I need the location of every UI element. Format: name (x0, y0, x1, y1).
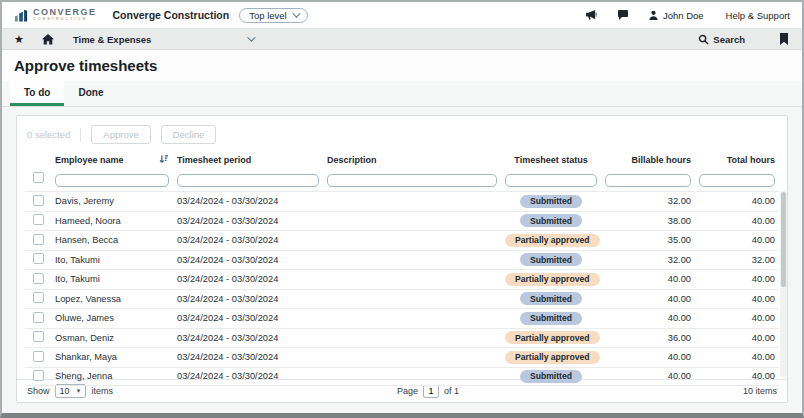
items-label: items (91, 386, 113, 396)
vertical-scrollbar[interactable] (780, 191, 787, 377)
show-label: Show (27, 386, 50, 396)
timesheet-card: 0 selected Approve Decline Employee name (16, 115, 788, 403)
row-checkbox[interactable] (33, 292, 44, 303)
employee-name-cell: Shankar, Maya (51, 352, 173, 362)
scrollbar-thumb[interactable] (781, 192, 786, 287)
help-support-link[interactable]: Help & Support (726, 10, 790, 21)
column-timesheet-period: Timesheet period (173, 152, 323, 167)
filter-description-input[interactable] (327, 174, 497, 187)
scope-selector[interactable]: Top level (239, 8, 308, 23)
row-checkbox[interactable] (33, 331, 44, 342)
timesheet-period-cell: 03/24/2024 - 03/30/2024 (173, 333, 323, 343)
timesheet-period-cell: 03/24/2024 - 03/30/2024 (173, 235, 323, 245)
tab-done[interactable]: Done (64, 81, 117, 106)
favorites-star-icon[interactable]: ★ (14, 34, 24, 45)
status-badge: Submitted (520, 253, 582, 266)
approve-button[interactable]: Approve (91, 125, 150, 144)
total-hours-cell: 40.00 (695, 274, 779, 284)
billable-hours-cell: 32.00 (601, 255, 695, 265)
page-size-value: 10 (60, 386, 70, 396)
total-hours-cell: 40.00 (695, 216, 779, 226)
nav-menu-time-expenses[interactable]: Time & Expenses (73, 34, 254, 45)
company-logo: CONVERGE CONSTRUCTION (14, 7, 97, 23)
timesheet-period-cell: 03/24/2024 - 03/30/2024 (173, 371, 323, 381)
chat-icon[interactable] (617, 9, 630, 22)
column-total-hours: Total hours (695, 152, 779, 167)
row-checkbox[interactable] (33, 253, 44, 264)
status-badge: Submitted (520, 292, 582, 305)
timesheet-period-cell: 03/24/2024 - 03/30/2024 (173, 274, 323, 284)
table-row[interactable]: Shankar, Maya 03/24/2024 - 03/30/2024 Pa… (25, 347, 779, 367)
page-number-input[interactable] (423, 385, 439, 398)
table-row[interactable]: Ito, Takumi 03/24/2024 - 03/30/2024 Subm… (25, 250, 779, 270)
bookmark-icon[interactable] (777, 33, 790, 46)
select-all-checkbox[interactable] (33, 172, 44, 183)
table-row[interactable]: Hansen, Becca 03/24/2024 - 03/30/2024 Pa… (25, 230, 779, 250)
search-label: Search (713, 34, 745, 45)
status-badge: Partially approved (505, 351, 600, 364)
billable-hours-cell: 40.00 (601, 313, 695, 323)
decline-button[interactable]: Decline (161, 125, 217, 144)
filter-total-input[interactable] (699, 174, 775, 187)
search-icon (698, 34, 709, 45)
employee-name-cell: Davis, Jeremy (51, 196, 173, 206)
status-badge: Submitted (520, 214, 582, 227)
row-checkbox[interactable] (33, 195, 44, 206)
filter-row (25, 167, 779, 191)
tab-strip: To do Done (2, 81, 802, 107)
row-checkbox[interactable] (33, 312, 44, 323)
status-badge: Submitted (520, 195, 582, 208)
table-row[interactable]: Osman, Deniz 03/24/2024 - 03/30/2024 Par… (25, 328, 779, 348)
home-icon[interactable] (42, 33, 55, 46)
logo-building-icon (14, 7, 29, 23)
filter-billable-input[interactable] (605, 174, 691, 187)
filter-employee-input[interactable] (55, 174, 169, 187)
table-row[interactable]: Ito, Takumi 03/24/2024 - 03/30/2024 Part… (25, 269, 779, 289)
row-checkbox[interactable] (33, 273, 44, 284)
column-billable-hours: Billable hours (601, 152, 695, 167)
timesheet-table: Employee name Timesheet period Descripti… (17, 151, 787, 379)
company-name: Converge Construction (113, 9, 230, 21)
billable-hours-cell: 36.00 (601, 333, 695, 343)
table-row[interactable]: Oluwe, James 03/24/2024 - 03/30/2024 Sub… (25, 308, 779, 328)
search-button[interactable]: Search (698, 34, 745, 45)
table-row[interactable]: Hameed, Noora 03/24/2024 - 03/30/2024 Su… (25, 211, 779, 231)
tab-todo[interactable]: To do (10, 81, 64, 106)
row-checkbox[interactable] (33, 370, 44, 381)
table-row[interactable]: Sheng, Jenna 03/24/2024 - 03/30/2024 Sub… (25, 367, 779, 387)
sort-icon[interactable] (158, 154, 169, 165)
billable-hours-cell: 35.00 (601, 235, 695, 245)
app-header: CONVERGE CONSTRUCTION Converge Construct… (2, 2, 802, 29)
employee-name-cell: Oluwe, James (51, 313, 173, 323)
status-badge: Partially approved (505, 273, 600, 286)
employee-name-cell: Ito, Takumi (51, 255, 173, 265)
row-checkbox[interactable] (33, 234, 44, 245)
table-row[interactable]: Lopez, Vanessa 03/24/2024 - 03/30/2024 S… (25, 289, 779, 309)
chevron-down-icon (292, 9, 300, 17)
employee-name-cell: Ito, Takumi (51, 274, 173, 284)
total-hours-cell: 40.00 (695, 333, 779, 343)
bulk-action-toolbar: 0 selected Approve Decline (17, 116, 787, 151)
row-checkbox[interactable] (33, 351, 44, 362)
timesheet-period-cell: 03/24/2024 - 03/30/2024 (173, 352, 323, 362)
page-size-select[interactable]: 10 ▼ (55, 384, 87, 398)
total-items-count: 10 items (743, 386, 777, 396)
table-row[interactable]: Davis, Jeremy 03/24/2024 - 03/30/2024 Su… (25, 191, 779, 211)
timesheet-period-cell: 03/24/2024 - 03/30/2024 (173, 216, 323, 226)
total-hours-cell: 40.00 (695, 235, 779, 245)
employee-name-cell: Sheng, Jenna (51, 371, 173, 381)
column-timesheet-status: Timesheet status (501, 152, 601, 167)
total-hours-cell: 40.00 (695, 371, 779, 381)
filter-status-input[interactable] (505, 174, 597, 187)
row-checkbox[interactable] (33, 214, 44, 225)
employee-name-cell: Hameed, Noora (51, 216, 173, 226)
filter-period-input[interactable] (177, 174, 319, 187)
logo-subtext: CONSTRUCTION (33, 18, 97, 22)
timesheet-period-cell: 03/24/2024 - 03/30/2024 (173, 196, 323, 206)
status-badge: Partially approved (505, 331, 600, 344)
user-name: John Doe (663, 10, 704, 21)
user-menu[interactable]: John Doe (648, 10, 704, 21)
announcements-icon[interactable] (584, 9, 597, 22)
billable-hours-cell: 40.00 (601, 274, 695, 284)
user-icon (648, 10, 659, 21)
